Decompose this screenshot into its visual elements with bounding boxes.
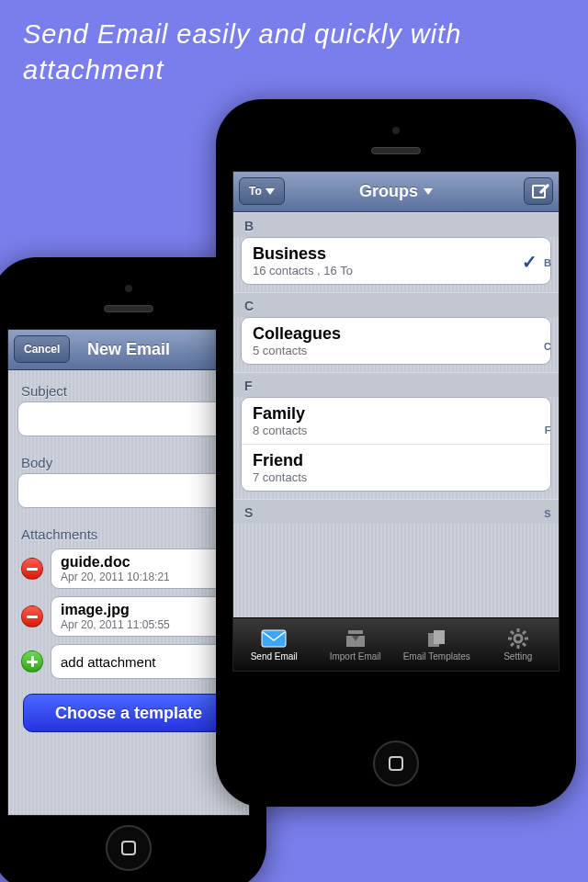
attachment-cell[interactable]: guide.doc Apr 20, 2011 10:18:21 — [51, 548, 240, 589]
add-attachment-row: add attachment — [17, 640, 240, 683]
index-letter[interactable]: B — [540, 257, 555, 268]
tab-bar: Send Email Import Email Email Templates … — [233, 617, 559, 671]
check-icon: ✓ — [522, 251, 537, 273]
subject-input[interactable] — [17, 401, 240, 436]
remove-attachment-button[interactable] — [21, 605, 43, 628]
templates-icon — [426, 628, 447, 650]
attachment-row: image.jpg Apr 20, 2011 11:05:55 — [17, 593, 240, 640]
svg-point-3 — [514, 635, 522, 642]
import-icon — [345, 628, 367, 650]
attachment-cell[interactable]: image.jpg Apr 20, 2011 11:05:55 — [51, 596, 240, 637]
body-input[interactable] — [17, 473, 240, 508]
add-attachment-cell[interactable]: add attachment — [51, 644, 240, 679]
groups-title[interactable]: Groups — [359, 182, 433, 201]
tab-email-templates[interactable]: Email Templates — [396, 618, 478, 671]
svg-line-10 — [511, 643, 514, 646]
phone-frame-groups: To Groups B Business 16 contacts , 16 To… — [216, 99, 576, 807]
compose-title: New Email — [87, 340, 170, 359]
compose-navbar: Cancel New Email — [8, 330, 249, 370]
chevron-down-icon — [266, 188, 275, 195]
promo-headline: Send Email easily and quickly with attac… — [23, 17, 565, 88]
tab-label: Send Email — [251, 651, 298, 662]
add-attachment-label: add attachment — [61, 654, 230, 670]
to-selector-button[interactable]: To — [239, 177, 285, 205]
body-label: Body — [17, 449, 240, 473]
tab-import-email[interactable]: Import Email — [315, 618, 397, 671]
subject-label: Subject — [17, 378, 240, 401]
tab-setting[interactable]: Setting — [478, 618, 560, 671]
attachment-meta: Apr 20, 2011 10:18:21 — [61, 571, 230, 583]
mail-icon — [261, 628, 287, 650]
tab-label: Setting — [503, 651, 532, 662]
group-item[interactable]: Business 16 contacts , 16 To ✓ — [242, 238, 550, 284]
choose-template-button[interactable]: Choose a template — [23, 694, 234, 732]
tab-label: Import Email — [330, 651, 381, 662]
add-attachment-button[interactable] — [21, 650, 43, 673]
svg-line-8 — [511, 631, 514, 634]
index-letter[interactable]: C — [540, 341, 555, 352]
tab-label: Email Templates — [403, 651, 470, 662]
home-button[interactable] — [373, 741, 419, 786]
group-name: Business — [253, 244, 539, 264]
chevron-down-icon — [424, 188, 433, 195]
attachment-name: image.jpg — [61, 602, 230, 618]
compose-icon — [532, 185, 546, 198]
tab-send-email[interactable]: Send Email — [233, 618, 315, 671]
group-subtext: 8 contacts — [253, 424, 539, 437]
remove-attachment-button[interactable] — [21, 558, 43, 580]
svg-line-11 — [523, 631, 526, 634]
group-item[interactable]: Friend 7 contacts — [242, 444, 550, 491]
group-name: Colleagues — [253, 324, 539, 344]
attachment-meta: Apr 20, 2011 11:05:55 — [61, 618, 230, 631]
groups-navbar: To Groups — [233, 172, 559, 212]
group-item[interactable]: Family 8 contacts — [242, 398, 550, 444]
group-item[interactable]: Colleagues 5 contacts — [242, 318, 550, 364]
section-header: B — [233, 212, 559, 237]
index-letter[interactable]: S — [540, 508, 555, 519]
group-name: Family — [253, 404, 539, 424]
home-button[interactable] — [106, 825, 152, 871]
svg-rect-0 — [262, 630, 286, 647]
gear-icon — [507, 628, 529, 650]
svg-rect-2 — [434, 630, 445, 644]
index-letter[interactable]: F — [540, 424, 555, 435]
group-subtext: 5 contacts — [253, 344, 539, 357]
attachment-name: guide.doc — [61, 554, 230, 571]
svg-line-9 — [523, 643, 526, 646]
group-subtext: 16 contacts , 16 To — [253, 264, 539, 277]
section-header: F — [233, 372, 559, 397]
compose-button[interactable] — [524, 177, 553, 205]
section-header: S — [233, 499, 559, 524]
section-index[interactable]: B C F S — [540, 212, 555, 564]
cancel-button[interactable]: Cancel — [14, 335, 70, 363]
group-name: Friend — [253, 451, 539, 470]
attachment-row: guide.doc Apr 20, 2011 10:18:21 — [17, 545, 240, 593]
group-subtext: 7 contacts — [253, 470, 539, 484]
section-header: C — [233, 292, 559, 317]
attachments-label: Attachments — [17, 521, 240, 545]
